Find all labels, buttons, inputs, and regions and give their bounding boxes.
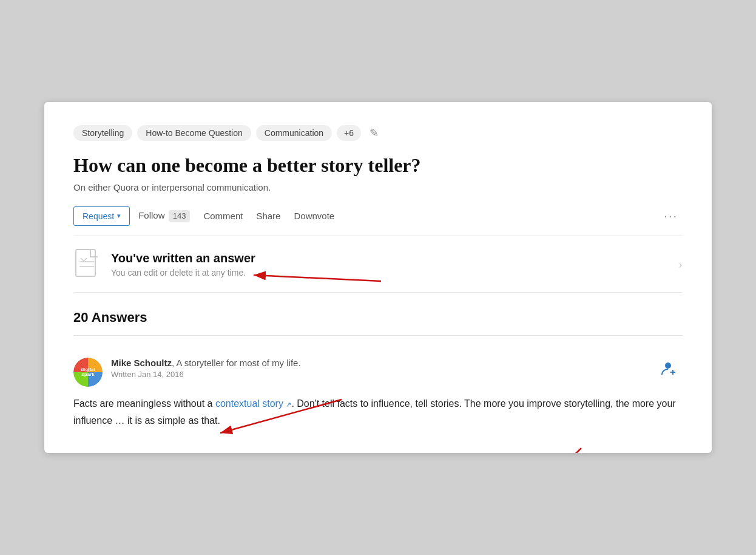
link-text: contextual story (215, 398, 283, 409)
edit-tags-button[interactable]: ✎ (366, 124, 382, 142)
author-desc: , A storyteller for most of my life. (172, 358, 301, 368)
answer-header: digitalspark Mike Schoultz, A storytelle… (73, 358, 683, 387)
follow-user-button[interactable] (656, 358, 683, 383)
request-chevron-icon: ▾ (117, 212, 121, 220)
request-button[interactable]: Request ▾ (73, 206, 130, 226)
written-answer-box[interactable]: You've written an answer You can edit or… (73, 236, 683, 293)
avatar[interactable]: digitalspark (73, 358, 103, 387)
svg-rect-0 (76, 250, 95, 276)
answers-count-header: 20 Answers (73, 310, 683, 336)
contextual-story-link[interactable]: contextual story ↗ (215, 398, 292, 409)
tags-row: Storytelling How-to Become Question Comm… (73, 124, 683, 142)
author-name-line: Mike Schoultz, A storyteller for most of… (111, 358, 656, 369)
downvote-button[interactable]: Downvote (289, 206, 339, 225)
avatar-image: digitalspark (73, 358, 103, 387)
follow-count-badge: 143 (169, 210, 191, 222)
written-answer-title: You've written an answer (111, 251, 255, 265)
question-subtitle: On either Quora or interpersonal communi… (73, 182, 683, 192)
comment-button[interactable]: Comment (198, 206, 248, 225)
svg-line-9 (481, 448, 581, 452)
svg-point-3 (665, 363, 671, 369)
answer-text-before-link: Facts are meaningless without a (73, 398, 215, 409)
tag-storytelling[interactable]: Storytelling (73, 125, 132, 141)
written-answer-content: You've written an answer You can edit or… (111, 251, 255, 278)
follow-button[interactable]: Follow 143 (133, 206, 195, 226)
tag-communication[interactable]: Communication (256, 125, 332, 141)
tag-howto[interactable]: How-to Become Question (137, 125, 251, 141)
request-label: Request (83, 211, 114, 221)
question-card: Storytelling How-to Become Question Comm… (44, 102, 712, 452)
action-bar: Request ▾ Follow 143 Comment Share Downv… (73, 206, 683, 236)
written-answer-subtitle: You can edit or delete it at any time. (111, 268, 255, 278)
tag-more[interactable]: +6 (337, 125, 361, 141)
author-date: Written Jan 14, 2016 (111, 370, 656, 379)
question-title: How can one become a better story teller… (73, 153, 683, 177)
author-name[interactable]: Mike Schoultz (111, 358, 172, 368)
author-info: Mike Schoultz, A storyteller for most of… (111, 358, 656, 379)
follow-label: Follow (138, 210, 164, 220)
written-answer-chevron-icon: › (678, 256, 683, 272)
answer-text: Facts are meaningless without a contextu… (73, 395, 683, 428)
more-options-button[interactable]: ··· (659, 206, 683, 225)
document-icon (73, 248, 100, 280)
answer-item: digitalspark Mike Schoultz, A storytelle… (73, 346, 683, 428)
share-button[interactable]: Share (251, 206, 285, 225)
